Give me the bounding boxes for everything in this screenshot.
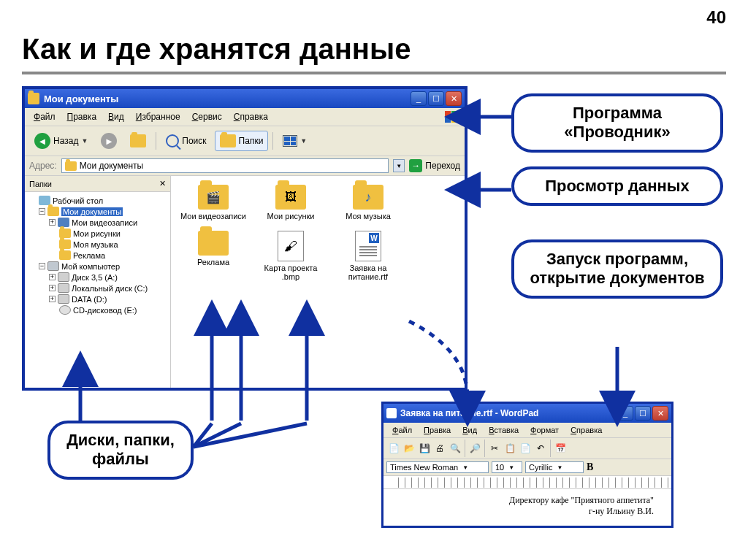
- menu-Файл[interactable]: Файл: [28, 110, 61, 123]
- menu-Вставка[interactable]: Вставка: [483, 424, 524, 436]
- folder-icon: [47, 207, 59, 216]
- file-label: Реклама: [197, 258, 229, 266]
- ruler[interactable]: [383, 476, 671, 489]
- expand-icon[interactable]: +: [49, 296, 56, 302]
- save-button[interactable]: 💾: [417, 441, 432, 456]
- menu-Правка[interactable]: Правка: [61, 110, 103, 123]
- cut-button[interactable]: ✂: [487, 441, 502, 456]
- tree-item[interactable]: Реклама: [26, 250, 169, 261]
- views-button[interactable]: ▼: [278, 131, 312, 150]
- tree-item[interactable]: −Мой компьютер: [26, 261, 169, 272]
- expand-icon[interactable]: −: [39, 263, 45, 269]
- undo-button[interactable]: ↶: [533, 441, 548, 456]
- file-label: Заявка на питание.rtf: [335, 264, 402, 281]
- file-item[interactable]: Реклама: [177, 228, 250, 284]
- tree-item[interactable]: Рабочий стол: [26, 195, 169, 206]
- svg-line-6: [194, 423, 212, 447]
- format-bar: Times New Roman▼ 10▼ Cyrillic▼ B: [383, 459, 671, 476]
- menu-Файл[interactable]: Файл: [386, 424, 418, 436]
- tree-label: Мои видеозаписи: [72, 218, 137, 227]
- back-button[interactable]: ◄ Назад ▼: [29, 129, 93, 153]
- search-button[interactable]: Поиск: [161, 131, 211, 151]
- address-input[interactable]: Мои документы: [61, 158, 389, 173]
- folders-icon: [220, 134, 236, 147]
- charset-combo[interactable]: Cyrillic▼: [525, 461, 584, 473]
- preview-button[interactable]: 🔍: [448, 441, 462, 456]
- open-button[interactable]: 📂: [402, 441, 416, 456]
- file-item[interactable]: Мои видеозаписи: [177, 182, 250, 223]
- tree-item[interactable]: −Мои документы: [26, 206, 169, 217]
- forward-button[interactable]: ►: [96, 129, 122, 153]
- file-item[interactable]: Моя музыка: [332, 182, 405, 223]
- paste-button[interactable]: 📄: [518, 441, 533, 456]
- video-icon: [58, 218, 69, 227]
- close-button[interactable]: ✕: [446, 91, 462, 106]
- font-combo[interactable]: Times New Roman▼: [386, 461, 489, 473]
- folders-button[interactable]: Папки: [215, 131, 269, 151]
- maximize-button[interactable]: ☐: [635, 406, 651, 421]
- font-size: 10: [495, 463, 504, 472]
- minimize-button[interactable]: _: [617, 406, 633, 421]
- tree-label: CD-дисковод (E:): [73, 306, 137, 315]
- menu-Правка[interactable]: Правка: [418, 424, 457, 436]
- size-combo[interactable]: 10▼: [492, 461, 522, 473]
- explorer-toolbar: ◄ Назад ▼ ► Поиск Папки ▼: [25, 126, 465, 156]
- address-dropdown[interactable]: ▼: [393, 159, 405, 172]
- tree-label: Диск 3,5 (A:): [72, 273, 118, 282]
- maximize-button[interactable]: ☐: [428, 91, 444, 106]
- find-button[interactable]: 🔎: [468, 441, 482, 456]
- menu-Формат[interactable]: Формат: [524, 424, 565, 436]
- sidebar-title: Папки: [29, 180, 52, 188]
- file-label: Моя музыка: [346, 212, 391, 220]
- folder-icon: [198, 185, 229, 210]
- wordpad-titlebar[interactable]: Заявка на питание.rtf - WordPad _ ☐ ✕: [383, 404, 671, 423]
- bmp-icon: [278, 231, 304, 261]
- doc-line-2: г-ну Ильину В.И.: [401, 506, 654, 517]
- document-area[interactable]: Директору кафе "Приятного аппетита" г-ну…: [383, 489, 671, 526]
- tree-item[interactable]: +Локальный диск (C:): [26, 283, 169, 294]
- svg-line-8: [194, 423, 307, 447]
- copy-button[interactable]: 📋: [503, 441, 517, 456]
- tree-item[interactable]: +Диск 3,5 (A:): [26, 272, 169, 283]
- content-pane[interactable]: Мои видеозаписиМои рисункиМоя музыкаРекл…: [171, 176, 465, 388]
- expand-icon[interactable]: +: [49, 285, 56, 291]
- expand-icon[interactable]: +: [49, 274, 56, 280]
- print-button[interactable]: 🖨: [432, 441, 447, 456]
- sidebar-close-button[interactable]: ✕: [159, 179, 166, 188]
- chevron-down-icon: ▼: [557, 464, 562, 471]
- date-button[interactable]: 📅: [553, 441, 568, 456]
- file-item[interactable]: Мои рисунки: [254, 182, 327, 223]
- tree-item[interactable]: Мои рисунки: [26, 228, 169, 239]
- explorer-window: Мои документы _ ☐ ✕ ФайлПравкаВидИзбранн…: [22, 86, 468, 391]
- menu-Сервис[interactable]: Сервис: [186, 110, 228, 123]
- folder-icon: [28, 93, 39, 104]
- explorer-titlebar[interactable]: Мои документы _ ☐ ✕: [25, 89, 465, 108]
- bold-button[interactable]: B: [587, 461, 593, 473]
- callout-program: Программа «Проводник»: [511, 93, 723, 153]
- file-item[interactable]: Заявка на питание.rtf: [332, 228, 405, 284]
- disk-icon: [58, 294, 69, 304]
- tree-label: Локальный диск (C:): [72, 284, 148, 293]
- go-arrow-icon: →: [409, 159, 422, 172]
- file-item[interactable]: Карта проекта .bmp: [254, 228, 327, 284]
- menu-Вид[interactable]: Вид: [457, 424, 483, 436]
- tree-item[interactable]: CD-дисковод (E:): [26, 304, 169, 315]
- menu-Справка[interactable]: Справка: [228, 110, 274, 123]
- go-button[interactable]: → Переход: [409, 159, 460, 172]
- explorer-menubar: ФайлПравкаВидИзбранноеСервисСправка: [25, 108, 465, 126]
- tree-item[interactable]: Моя музыка: [26, 239, 169, 250]
- menu-Вид[interactable]: Вид: [102, 110, 130, 123]
- new-button[interactable]: 📄: [386, 441, 401, 456]
- wordpad-toolbar: 📄 📂 💾 🖨 🔍 🔎 ✂ 📋 📄 ↶ 📅: [383, 438, 671, 459]
- close-button[interactable]: ✕: [652, 406, 668, 421]
- tree-item[interactable]: +Мои видеозаписи: [26, 217, 169, 228]
- minimize-button[interactable]: _: [411, 91, 427, 106]
- folder-icon: [59, 250, 71, 260]
- menu-Справка[interactable]: Справка: [565, 424, 608, 436]
- expand-icon[interactable]: −: [39, 208, 45, 215]
- separator: [465, 440, 465, 457]
- menu-Избранное[interactable]: Избранное: [130, 110, 186, 123]
- up-button[interactable]: [125, 131, 151, 151]
- expand-icon[interactable]: +: [49, 219, 56, 226]
- tree-item[interactable]: +DATA (D:): [26, 294, 169, 304]
